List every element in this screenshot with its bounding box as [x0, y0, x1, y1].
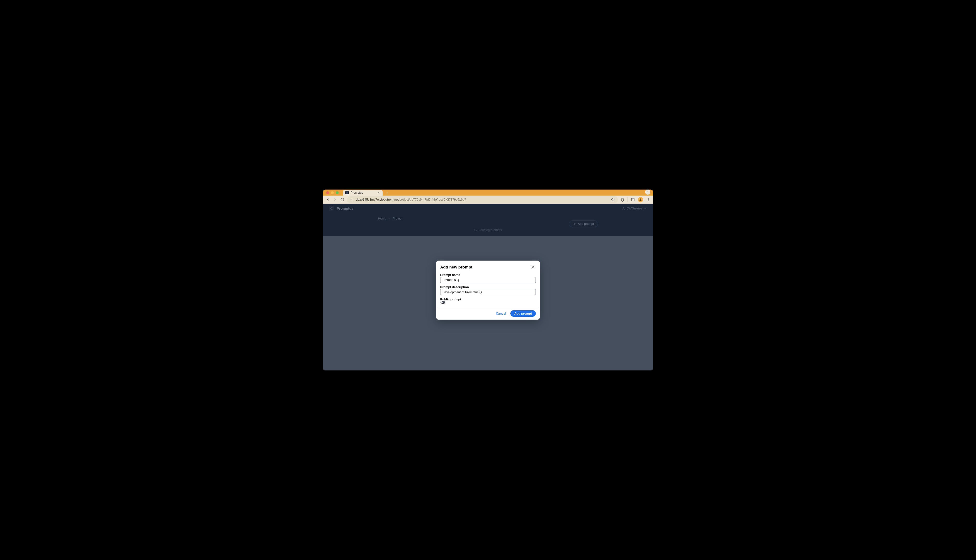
cancel-button[interactable]: Cancel	[496, 312, 506, 315]
browser-window: Promptus × + dpze145z3mz7o.cloudfront.ne…	[323, 190, 653, 370]
nav-back-button[interactable]	[325, 197, 331, 202]
new-tab-button[interactable]: +	[384, 190, 390, 195]
svg-point-1	[346, 192, 348, 193]
submit-add-prompt-button[interactable]: Add prompt	[510, 310, 536, 317]
close-icon	[531, 265, 535, 270]
window-zoom-button[interactable]	[336, 191, 339, 194]
modal-overlay[interactable]: Add new prompt Prompt name Prompt descri…	[323, 204, 653, 370]
public-prompt-label: Public prompt	[440, 298, 536, 301]
prompt-name-input[interactable]	[440, 277, 536, 283]
nav-forward-button[interactable]	[333, 197, 338, 202]
browser-toolbar: dpze145z3mz7o.cloudfront.net/project/eb7…	[323, 195, 653, 204]
toggle-knob	[440, 302, 443, 303]
tab-title: Promptus	[351, 191, 363, 194]
modal-header: Add new prompt	[436, 260, 540, 272]
browser-tab[interactable]: Promptus ×	[343, 190, 383, 195]
prompt-name-label: Prompt name	[440, 273, 536, 277]
tab-strip: Promptus × +	[323, 190, 653, 195]
profile-avatar[interactable]	[638, 197, 643, 202]
field-public-prompt: Public prompt	[440, 298, 536, 304]
bookmark-star-icon[interactable]	[610, 197, 615, 202]
url-path: /project/eb770c94-7fd7-44ef-acc5-0f7379c…	[399, 198, 466, 201]
toolbar-actions	[620, 197, 651, 202]
field-prompt-name: Prompt name	[440, 273, 536, 283]
modal-title: Add new prompt	[440, 265, 472, 270]
svg-point-11	[648, 199, 648, 200]
svg-point-4	[351, 199, 351, 199]
modal-close-button[interactable]	[530, 264, 536, 270]
modal-body: Prompt name Prompt description Public pr…	[436, 272, 540, 307]
public-prompt-toggle[interactable]	[440, 301, 445, 304]
side-panel-icon[interactable]	[630, 197, 635, 202]
prompt-desc-label: Prompt description	[440, 285, 536, 289]
svg-rect-7	[632, 198, 634, 201]
svg-point-9	[640, 198, 641, 200]
app-root: Promptus JWThewes Home Project Add promp…	[323, 204, 653, 370]
svg-point-10	[648, 198, 648, 199]
tab-close-button[interactable]: ×	[377, 191, 380, 194]
field-prompt-description: Prompt description	[440, 285, 536, 295]
svg-marker-6	[611, 198, 614, 201]
modal-footer: Cancel Add prompt	[436, 307, 540, 320]
nav-reload-button[interactable]	[339, 197, 345, 202]
site-settings-icon[interactable]	[349, 197, 354, 202]
add-prompt-modal: Add new prompt Prompt name Prompt descri…	[436, 260, 540, 320]
tabs-dropdown-button[interactable]	[645, 190, 650, 195]
window-close-button[interactable]	[326, 191, 329, 194]
window-controls	[326, 190, 339, 195]
url-host: dpze145z3mz7o.cloudfront.net	[356, 198, 399, 201]
browser-menu-icon[interactable]	[645, 197, 651, 202]
svg-point-12	[648, 200, 648, 201]
address-bar[interactable]: dpze145z3mz7o.cloudfront.net/project/eb7…	[347, 196, 618, 203]
svg-point-5	[352, 200, 352, 200]
url-text: dpze145z3mz7o.cloudfront.net/project/eb7…	[356, 198, 466, 201]
tab-favicon	[345, 191, 349, 194]
window-minimize-button[interactable]	[331, 191, 334, 194]
prompt-desc-input[interactable]	[440, 289, 536, 295]
extensions-icon[interactable]	[620, 197, 625, 202]
